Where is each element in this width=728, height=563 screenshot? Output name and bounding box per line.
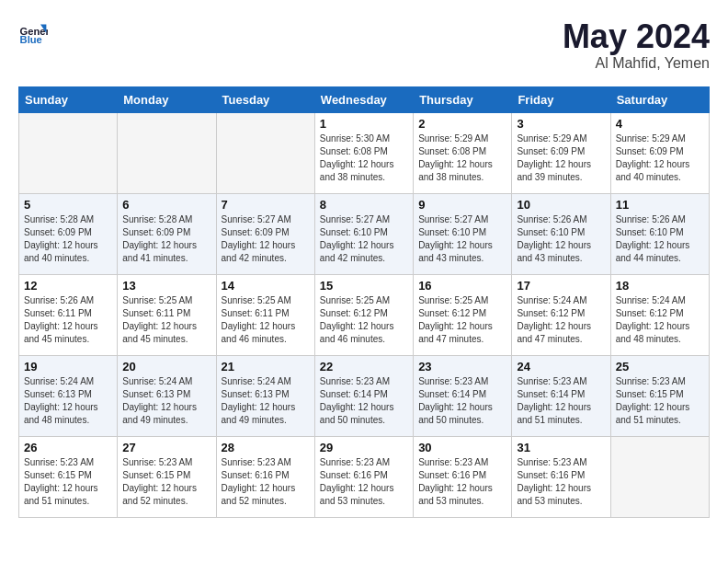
calendar-cell bbox=[19, 112, 118, 193]
day-info: Sunrise: 5:24 AM Sunset: 6:13 PM Dayligh… bbox=[122, 375, 210, 427]
day-number: 23 bbox=[418, 360, 506, 373]
day-number: 12 bbox=[24, 279, 112, 293]
day-info: Sunrise: 5:24 AM Sunset: 6:13 PM Dayligh… bbox=[24, 375, 112, 427]
day-info: Sunrise: 5:23 AM Sunset: 6:16 PM Dayligh… bbox=[418, 456, 506, 508]
calendar-cell: 15Sunrise: 5:25 AM Sunset: 6:12 PM Dayli… bbox=[314, 274, 413, 355]
day-info: Sunrise: 5:23 AM Sunset: 6:14 PM Dayligh… bbox=[418, 375, 506, 427]
day-number: 26 bbox=[24, 441, 112, 454]
day-number: 13 bbox=[122, 279, 210, 293]
location-subtitle: Al Mahfid, Yemen bbox=[563, 55, 710, 72]
calendar-cell: 6Sunrise: 5:28 AM Sunset: 6:09 PM Daylig… bbox=[118, 193, 216, 274]
day-info: Sunrise: 5:23 AM Sunset: 6:14 PM Dayligh… bbox=[517, 375, 605, 427]
day-info: Sunrise: 5:30 AM Sunset: 6:08 PM Dayligh… bbox=[320, 132, 408, 184]
calendar-cell: 25Sunrise: 5:23 AM Sunset: 6:15 PM Dayli… bbox=[610, 355, 709, 436]
day-info: Sunrise: 5:26 AM Sunset: 6:10 PM Dayligh… bbox=[616, 213, 704, 265]
day-number: 8 bbox=[320, 198, 408, 212]
calendar-cell: 14Sunrise: 5:25 AM Sunset: 6:11 PM Dayli… bbox=[216, 274, 314, 355]
svg-text:Blue: Blue bbox=[20, 34, 42, 45]
calendar-cell: 31Sunrise: 5:23 AM Sunset: 6:16 PM Dayli… bbox=[512, 436, 610, 517]
day-info: Sunrise: 5:25 AM Sunset: 6:12 PM Dayligh… bbox=[320, 294, 408, 346]
day-info: Sunrise: 5:23 AM Sunset: 6:15 PM Dayligh… bbox=[616, 375, 704, 427]
day-info: Sunrise: 5:26 AM Sunset: 6:11 PM Dayligh… bbox=[24, 294, 112, 346]
calendar-week-4: 19Sunrise: 5:24 AM Sunset: 6:13 PM Dayli… bbox=[19, 355, 710, 436]
day-info: Sunrise: 5:24 AM Sunset: 6:13 PM Dayligh… bbox=[222, 375, 310, 427]
day-info: Sunrise: 5:23 AM Sunset: 6:14 PM Dayligh… bbox=[320, 375, 408, 427]
calendar-cell: 4Sunrise: 5:29 AM Sunset: 6:09 PM Daylig… bbox=[610, 112, 709, 193]
calendar-week-5: 26Sunrise: 5:23 AM Sunset: 6:15 PM Dayli… bbox=[19, 436, 710, 517]
calendar-cell: 23Sunrise: 5:23 AM Sunset: 6:14 PM Dayli… bbox=[414, 355, 512, 436]
calendar-cell: 12Sunrise: 5:26 AM Sunset: 6:11 PM Dayli… bbox=[19, 274, 118, 355]
day-number: 4 bbox=[616, 117, 704, 131]
day-info: Sunrise: 5:27 AM Sunset: 6:10 PM Dayligh… bbox=[320, 213, 408, 265]
day-number: 6 bbox=[122, 198, 210, 212]
day-info: Sunrise: 5:29 AM Sunset: 6:09 PM Dayligh… bbox=[517, 132, 605, 184]
day-info: Sunrise: 5:23 AM Sunset: 6:16 PM Dayligh… bbox=[517, 456, 605, 508]
calendar-cell: 3Sunrise: 5:29 AM Sunset: 6:09 PM Daylig… bbox=[512, 112, 610, 193]
weekday-header-row: SundayMondayTuesdayWednesdayThursdayFrid… bbox=[19, 86, 710, 112]
day-number: 19 bbox=[24, 360, 112, 373]
day-info: Sunrise: 5:29 AM Sunset: 6:09 PM Dayligh… bbox=[616, 132, 704, 184]
page-header: General Blue May 2024 Al Mahfid, Yemen bbox=[18, 18, 710, 72]
day-info: Sunrise: 5:24 AM Sunset: 6:12 PM Dayligh… bbox=[517, 294, 605, 346]
day-number: 15 bbox=[320, 279, 408, 293]
day-info: Sunrise: 5:23 AM Sunset: 6:16 PM Dayligh… bbox=[320, 456, 408, 508]
calendar-week-3: 12Sunrise: 5:26 AM Sunset: 6:11 PM Dayli… bbox=[19, 274, 710, 355]
calendar-table: SundayMondayTuesdayWednesdayThursdayFrid… bbox=[18, 86, 710, 518]
day-info: Sunrise: 5:25 AM Sunset: 6:12 PM Dayligh… bbox=[418, 294, 506, 346]
calendar-cell bbox=[216, 112, 314, 193]
day-info: Sunrise: 5:25 AM Sunset: 6:11 PM Dayligh… bbox=[222, 294, 310, 346]
day-info: Sunrise: 5:23 AM Sunset: 6:16 PM Dayligh… bbox=[222, 456, 310, 508]
day-number: 24 bbox=[517, 360, 605, 373]
calendar-cell: 21Sunrise: 5:24 AM Sunset: 6:13 PM Dayli… bbox=[216, 355, 314, 436]
day-number: 22 bbox=[320, 360, 408, 373]
weekday-sunday: Sunday bbox=[19, 86, 118, 112]
calendar-cell: 16Sunrise: 5:25 AM Sunset: 6:12 PM Dayli… bbox=[414, 274, 512, 355]
calendar-cell: 8Sunrise: 5:27 AM Sunset: 6:10 PM Daylig… bbox=[314, 193, 413, 274]
day-number: 9 bbox=[418, 198, 506, 212]
day-number: 10 bbox=[517, 198, 605, 212]
day-info: Sunrise: 5:27 AM Sunset: 6:10 PM Dayligh… bbox=[418, 213, 506, 265]
calendar-cell: 27Sunrise: 5:23 AM Sunset: 6:15 PM Dayli… bbox=[118, 436, 216, 517]
logo-icon: General Blue bbox=[18, 18, 48, 48]
calendar-week-2: 5Sunrise: 5:28 AM Sunset: 6:09 PM Daylig… bbox=[19, 193, 710, 274]
day-number: 14 bbox=[222, 279, 310, 293]
calendar-cell: 19Sunrise: 5:24 AM Sunset: 6:13 PM Dayli… bbox=[19, 355, 118, 436]
day-number: 21 bbox=[222, 360, 310, 373]
calendar-cell: 10Sunrise: 5:26 AM Sunset: 6:10 PM Dayli… bbox=[512, 193, 610, 274]
calendar-cell: 5Sunrise: 5:28 AM Sunset: 6:09 PM Daylig… bbox=[19, 193, 118, 274]
day-info: Sunrise: 5:28 AM Sunset: 6:09 PM Dayligh… bbox=[24, 213, 112, 265]
weekday-saturday: Saturday bbox=[610, 86, 709, 112]
calendar-cell: 20Sunrise: 5:24 AM Sunset: 6:13 PM Dayli… bbox=[118, 355, 216, 436]
calendar-cell: 26Sunrise: 5:23 AM Sunset: 6:15 PM Dayli… bbox=[19, 436, 118, 517]
calendar-week-1: 1Sunrise: 5:30 AM Sunset: 6:08 PM Daylig… bbox=[19, 112, 710, 193]
day-number: 17 bbox=[517, 279, 605, 293]
day-number: 11 bbox=[616, 198, 704, 212]
calendar-cell: 7Sunrise: 5:27 AM Sunset: 6:09 PM Daylig… bbox=[216, 193, 314, 274]
title-block: May 2024 Al Mahfid, Yemen bbox=[563, 18, 710, 72]
day-number: 5 bbox=[24, 198, 112, 212]
calendar-cell: 13Sunrise: 5:25 AM Sunset: 6:11 PM Dayli… bbox=[118, 274, 216, 355]
logo: General Blue bbox=[18, 18, 48, 48]
calendar-cell: 11Sunrise: 5:26 AM Sunset: 6:10 PM Dayli… bbox=[610, 193, 709, 274]
day-number: 20 bbox=[122, 360, 210, 373]
day-info: Sunrise: 5:24 AM Sunset: 6:12 PM Dayligh… bbox=[616, 294, 704, 346]
day-number: 31 bbox=[517, 441, 605, 454]
calendar-cell bbox=[610, 436, 709, 517]
calendar-cell bbox=[118, 112, 216, 193]
day-info: Sunrise: 5:23 AM Sunset: 6:15 PM Dayligh… bbox=[122, 456, 210, 508]
day-info: Sunrise: 5:25 AM Sunset: 6:11 PM Dayligh… bbox=[122, 294, 210, 346]
day-number: 2 bbox=[418, 117, 506, 131]
day-number: 28 bbox=[222, 441, 310, 454]
weekday-monday: Monday bbox=[118, 86, 216, 112]
day-info: Sunrise: 5:26 AM Sunset: 6:10 PM Dayligh… bbox=[517, 213, 605, 265]
month-year-title: May 2024 bbox=[563, 18, 710, 55]
calendar-cell: 24Sunrise: 5:23 AM Sunset: 6:14 PM Dayli… bbox=[512, 355, 610, 436]
day-info: Sunrise: 5:27 AM Sunset: 6:09 PM Dayligh… bbox=[222, 213, 310, 265]
day-number: 30 bbox=[418, 441, 506, 454]
day-number: 25 bbox=[616, 360, 704, 373]
day-number: 16 bbox=[418, 279, 506, 293]
calendar-cell: 1Sunrise: 5:30 AM Sunset: 6:08 PM Daylig… bbox=[314, 112, 413, 193]
calendar-cell: 28Sunrise: 5:23 AM Sunset: 6:16 PM Dayli… bbox=[216, 436, 314, 517]
weekday-friday: Friday bbox=[512, 86, 610, 112]
calendar-body: 1Sunrise: 5:30 AM Sunset: 6:08 PM Daylig… bbox=[19, 112, 710, 517]
